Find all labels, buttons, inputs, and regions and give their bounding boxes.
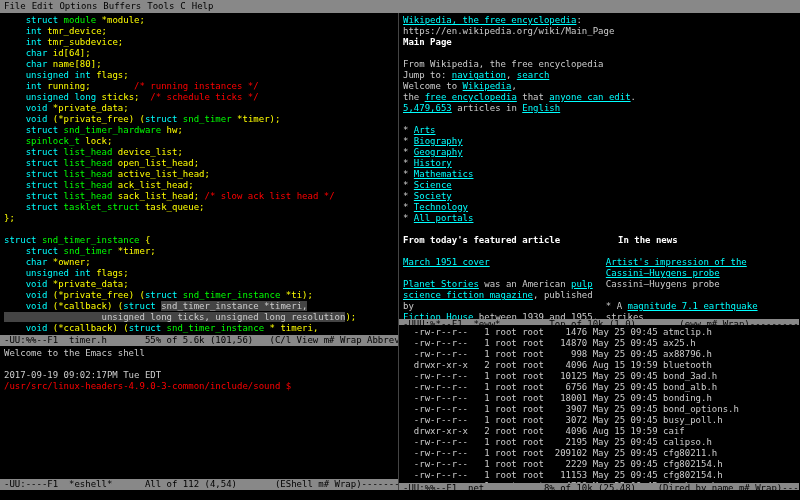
from-wikipedia: From Wikipedia, the free encyclopedia — [403, 59, 795, 70]
txt: articles in — [452, 103, 522, 113]
file-row[interactable]: -rw-r--r-- 1 root root 3072 May 25 09:45… — [403, 415, 795, 426]
menu-c[interactable]: C — [180, 1, 185, 11]
code-line: void (*private_free) (struct snd_timer *… — [4, 114, 394, 125]
code-line: int tmr_device; — [4, 26, 394, 37]
file-row[interactable]: -rw-r--r-- 1 root root 209102 May 25 09:… — [403, 448, 795, 459]
code-line: char *owner; — [4, 257, 394, 268]
featured-caption[interactable]: March 1951 cover — [403, 257, 606, 268]
left-column: struct module *module; int tmr_device; i… — [0, 13, 399, 490]
featured-column: March 1951 cover Planet Stories was an A… — [403, 257, 606, 319]
portal-geography[interactable]: Geography — [414, 147, 463, 157]
code-line: struct snd_timer *timer; — [4, 246, 394, 257]
jump-label: Jump to: — [403, 70, 452, 80]
code-line: char id[64]; — [4, 48, 394, 59]
portal-society[interactable]: Society — [414, 191, 452, 201]
modeline-eww: -UUU:%*--F1 *eww* Top of 10k (1,0) (eww … — [399, 319, 799, 326]
eww-buffer[interactable]: Wikipedia, the free encyclopedia: https:… — [399, 13, 799, 319]
menu-bar[interactable]: FileEditOptionsBuffersToolsCHelp — [0, 0, 800, 13]
modeline-code: -UU:%%--F1 timer.h 55% of 5.6k (101,56) … — [0, 335, 398, 346]
file-row[interactable]: -rw-r--r-- 1 root root 11153 May 25 09:4… — [403, 470, 795, 481]
txt: * A — [606, 301, 628, 311]
english-link[interactable]: English — [522, 103, 560, 113]
code-line: void (*ccallback) (struct snd_timer_inst… — [4, 323, 394, 334]
code-line: }; — [4, 213, 394, 224]
news-caption[interactable]: Artist's impression of the — [606, 257, 795, 268]
file-row[interactable]: drwxr-xr-x 2 root root 4096 Aug 15 19:59… — [403, 360, 795, 371]
dired-buffer[interactable]: -rw-r--r-- 1 root root 1476 May 25 09:45… — [399, 325, 799, 483]
portal-technology[interactable]: Technology — [414, 202, 468, 212]
anyone-edit-link[interactable]: anyone can edit — [549, 92, 630, 102]
code-line: unsigned long ticks, unsigned long resol… — [4, 312, 394, 323]
code-line: unsigned long sticks; /* schedule ticks … — [4, 92, 394, 103]
file-row[interactable]: -rw-r--r-- 1 root root 1476 May 25 09:45… — [403, 327, 795, 338]
article-count-link[interactable]: 5,479,653 — [403, 103, 452, 113]
menu-tools[interactable]: Tools — [147, 1, 174, 11]
portal-biography[interactable]: Biography — [414, 136, 463, 146]
menu-help[interactable]: Help — [192, 1, 214, 11]
eshell-timestamp: 2017-09-19 09:02:17PM Tue EDT — [4, 370, 394, 381]
eshell-welcome: Welcome to the Emacs shell — [4, 348, 394, 359]
news-column: Artist's impression of the Cassini–Huyge… — [606, 257, 795, 319]
file-row[interactable]: -rw-r--r-- 1 root root 2229 May 25 09:45… — [403, 459, 795, 470]
menu-file[interactable]: File — [4, 1, 26, 11]
file-row[interactable]: -rw-r--r-- 1 root root 3907 May 25 09:45… — [403, 404, 795, 415]
news-heading: In the news — [618, 235, 678, 246]
sfmag-link[interactable]: science fiction magazine — [403, 290, 533, 300]
planet-stories-link[interactable]: Planet Stories — [403, 279, 479, 289]
portal-science[interactable]: Science — [414, 180, 452, 190]
free-enc-link[interactable]: free encyclopedia — [425, 92, 517, 102]
wiki-header-link[interactable]: Wikipedia, the free encyclopedia — [403, 15, 576, 25]
portal-history[interactable]: History — [414, 158, 452, 168]
txt: the — [403, 92, 425, 102]
right-column: Wikipedia, the free encyclopedia: https:… — [399, 13, 799, 490]
pulp-link[interactable]: pulp — [571, 279, 593, 289]
code-line — [4, 224, 394, 235]
txt: strikes — [606, 312, 644, 319]
txt: that — [517, 92, 550, 102]
modeline-eshell: -UU:----F1 *eshell* All of 112 (4,54) (E… — [0, 479, 398, 490]
fiction-house-link[interactable]: Fiction House — [403, 312, 473, 319]
code-line: struct snd_timer_hardware hw; — [4, 125, 394, 136]
code-line: unsigned int flags; — [4, 70, 394, 81]
file-row[interactable]: -rw-r--r-- 1 root root 18001 May 25 09:4… — [403, 393, 795, 404]
nav-link[interactable]: navigation — [452, 70, 506, 80]
code-line: void *private_data; — [4, 103, 394, 114]
code-line: struct module *module; — [4, 15, 394, 26]
file-row[interactable]: -rw-r--r-- 1 root root 10125 May 25 09:4… — [403, 371, 795, 382]
code-line: void *private_data; — [4, 279, 394, 290]
earthquake-link[interactable]: magnitude 7.1 earthquake — [628, 301, 758, 311]
welcome-text: Welcome to — [403, 81, 463, 91]
portal-mathematics[interactable]: Mathematics — [414, 169, 474, 179]
file-row[interactable]: -rw-r--r-- 1 root root 14870 May 25 09:4… — [403, 338, 795, 349]
menu-edit[interactable]: Edit — [32, 1, 54, 11]
file-row[interactable]: -rw-r--r-- 1 root root 2195 May 25 09:45… — [403, 437, 795, 448]
search-link[interactable]: search — [517, 70, 550, 80]
file-row[interactable]: drwxr-xr-x 2 root root 4096 Aug 15 19:59… — [403, 426, 795, 437]
code-buffer[interactable]: struct module *module; int tmr_device; i… — [0, 13, 398, 335]
wikipedia-link[interactable]: Wikipedia — [463, 81, 512, 91]
code-line: struct list_head device_list; — [4, 147, 394, 158]
code-line: struct list_head ack_list_head; — [4, 180, 394, 191]
news-caption-plain: Cassini–Huygens probe — [606, 279, 795, 290]
menu-options[interactable]: Options — [59, 1, 97, 11]
news-caption[interactable]: Cassini–Huygens probe — [606, 268, 795, 279]
editor-panes: struct module *module; int tmr_device; i… — [0, 13, 800, 490]
portal-all-portals[interactable]: All portals — [414, 213, 474, 223]
code-line: int running; /* running instances */ — [4, 81, 394, 92]
code-line: unsigned int flags; — [4, 268, 394, 279]
portal-list: * Arts* Biography* Geography* History* M… — [403, 125, 795, 224]
code-line: struct tasklet_struct task_queue; — [4, 202, 394, 213]
code-line: struct snd_timer_instance { — [4, 235, 394, 246]
page-title: Main Page — [403, 37, 795, 48]
code-line: char name[80]; — [4, 59, 394, 70]
portal-arts[interactable]: Arts — [414, 125, 436, 135]
code-line: void (*callback) (struct snd_timer_insta… — [4, 301, 394, 312]
modeline-dired: -UU:%%--F1 net 8% of 10k (25,48) (Dired … — [399, 483, 799, 490]
menu-buffers[interactable]: Buffers — [103, 1, 141, 11]
eshell-buffer[interactable]: Welcome to the Emacs shell 2017-09-19 09… — [0, 346, 398, 479]
file-row[interactable]: -rw-r--r-- 1 root root 6756 May 25 09:45… — [403, 382, 795, 393]
code-line: spinlock_t lock; — [4, 136, 394, 147]
file-row[interactable]: -rw-r--r-- 1 root root 998 May 25 09:45 … — [403, 349, 795, 360]
code-line: int tmr_subdevice; — [4, 37, 394, 48]
eshell-prompt: /usr/src/linux-headers-4.9.0-3-common/in… — [4, 381, 291, 391]
